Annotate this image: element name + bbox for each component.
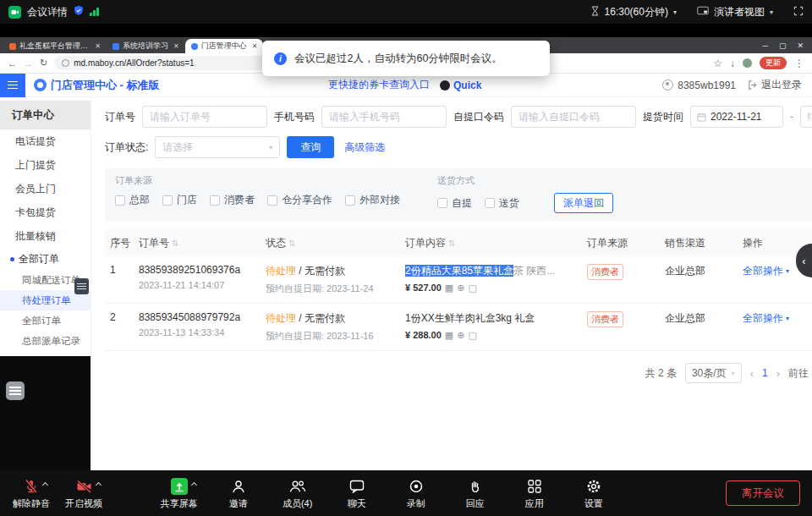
source-option-consumer[interactable]: 消费者 xyxy=(210,193,255,207)
checkbox[interactable] xyxy=(437,198,447,208)
add-circle-icon[interactable]: ⊕ xyxy=(457,283,464,293)
browser-update-button[interactable]: 更新 xyxy=(760,57,787,69)
site-logo[interactable]: 门店管理中心 - 标准版 xyxy=(34,78,160,93)
settings-button[interactable]: 设置 xyxy=(574,477,613,510)
dispatch-return-button[interactable]: 派单退回 xyxy=(554,193,613,213)
invite-button[interactable]: 邀请 xyxy=(219,477,258,510)
checkbox[interactable] xyxy=(210,195,220,206)
sidebar-item-member-visit[interactable]: 会员上门 xyxy=(0,177,91,200)
apps-button[interactable]: 应用 xyxy=(515,477,554,510)
source-option-store[interactable]: 门店 xyxy=(162,193,197,207)
view-dropdown-icon[interactable]: ▾ xyxy=(770,8,773,16)
timer-dropdown-icon[interactable]: ▾ xyxy=(673,8,677,16)
unmute-button[interactable]: 解除静音 xyxy=(12,477,51,510)
doc-icon[interactable]: ▢ xyxy=(468,283,476,293)
window-close-icon[interactable]: ✕ xyxy=(797,41,804,50)
sidebar-item-all-orders[interactable]: 全部订单 xyxy=(0,310,91,331)
window-minimize-icon[interactable]: ─ xyxy=(763,41,768,50)
sidebar-dock-icon[interactable] xyxy=(74,278,89,294)
start-video-button[interactable]: 开启视频 xyxy=(64,477,103,510)
security-shield-icon[interactable] xyxy=(74,5,84,19)
fullscreen-icon[interactable] xyxy=(793,6,804,19)
source-option-hq[interactable]: 总部 xyxy=(115,193,150,207)
share-options-caret[interactable] xyxy=(191,481,197,487)
forward-icon[interactable]: → xyxy=(24,58,33,69)
browser-tab[interactable]: 系统培训学习 ✕ xyxy=(107,39,185,53)
date-start-picker[interactable] xyxy=(690,106,783,128)
chat-bubble-icon xyxy=(349,479,365,494)
quick-entry[interactable]: Quick xyxy=(440,80,481,91)
date-start-input[interactable] xyxy=(710,111,776,123)
back-icon[interactable]: ← xyxy=(8,58,17,69)
advanced-filter-link[interactable]: 高级筛选 xyxy=(344,140,385,155)
account-menu[interactable]: 8385wb1991 xyxy=(662,80,736,91)
order-no-input[interactable] xyxy=(142,106,267,128)
search-button[interactable]: 查询 xyxy=(287,136,334,158)
qr-icon[interactable]: ▦ xyxy=(445,330,453,340)
tab-close-icon[interactable]: ✕ xyxy=(252,42,258,50)
browser-menu-icon[interactable]: ⋮ xyxy=(794,58,804,69)
delivery-option-pickup[interactable]: 自提 xyxy=(437,196,472,211)
tab-close-icon[interactable]: ✕ xyxy=(95,42,101,50)
logout-button[interactable]: 退出登录 xyxy=(748,78,802,92)
delivery-option-deliver[interactable]: 送货 xyxy=(485,196,519,211)
sort-icon[interactable]: ⇅ xyxy=(172,239,178,248)
checkbox[interactable] xyxy=(162,195,173,206)
pagination: 共 2 条 30条/页 ▾ ‹ 1 › 前往 页 xyxy=(105,363,812,383)
browser-profile-avatar[interactable] xyxy=(743,58,752,68)
date-end-input[interactable] xyxy=(807,111,812,123)
qr-icon[interactable]: ▦ xyxy=(445,283,453,293)
source-option-share-coop[interactable]: 仓分享合作 xyxy=(267,193,332,207)
record-button[interactable]: 录制 xyxy=(397,477,436,510)
site-info-icon[interactable] xyxy=(62,59,69,67)
camera-options-caret[interactable] xyxy=(95,481,101,487)
sidebar-item-door-pickup[interactable]: 上门提货 xyxy=(0,153,91,177)
sidebar-item-hq-dispatch-log[interactable]: 总部派单记录 xyxy=(0,331,91,351)
sort-icon[interactable]: ⇅ xyxy=(448,239,455,248)
row-actions-dropdown[interactable]: 全部操作▾ xyxy=(743,311,789,326)
window-maximize-icon[interactable]: ▢ xyxy=(779,41,787,50)
phone-input[interactable] xyxy=(321,106,447,128)
sidebar-item-phone-pickup[interactable]: 电话提货 xyxy=(0,129,91,153)
meeting-window: 会议详情 16:30(60分钟) ▾ 演讲者视图 ▾ xyxy=(0,0,812,516)
share-screen-button[interactable]: 共享屏幕 xyxy=(160,477,199,510)
refresh-icon[interactable]: ↻ xyxy=(40,58,47,69)
prev-page-icon[interactable]: ‹ xyxy=(750,367,754,380)
view-mode-label[interactable]: 演讲者视图 xyxy=(714,5,765,19)
source-option-external[interactable]: 外部对接 xyxy=(345,193,400,207)
row-index: 1 xyxy=(105,264,134,276)
sidebar-section-order-center[interactable]: 订单中心 xyxy=(0,101,91,129)
doc-icon[interactable]: ▢ xyxy=(468,330,476,340)
checkbox[interactable] xyxy=(485,198,495,208)
hamburger-menu-icon[interactable] xyxy=(0,74,25,97)
bookmark-star-icon[interactable]: ☆ xyxy=(713,58,722,69)
browser-tab[interactable]: 礼盒蛋糕平台管理中心 ✕ xyxy=(3,39,107,53)
page-size-select[interactable]: 30条/页 ▾ xyxy=(685,363,742,383)
checkbox[interactable] xyxy=(345,195,355,206)
members-button[interactable]: 成员(4) xyxy=(278,477,317,510)
mic-options-caret[interactable] xyxy=(42,481,48,487)
meeting-title[interactable]: 会议详情 xyxy=(27,5,68,19)
sort-icon[interactable]: ⇅ xyxy=(288,239,295,248)
reactions-button[interactable]: 回应 xyxy=(456,477,495,510)
sidebar-group-all-orders[interactable]: 全部订单 xyxy=(0,248,91,270)
meeting-widget-icon[interactable] xyxy=(6,382,25,400)
current-page[interactable]: 1 xyxy=(762,367,768,379)
order-status-select[interactable]: 请选择 ▾ xyxy=(155,136,280,158)
checkbox[interactable] xyxy=(267,195,277,206)
sidebar-item-card-pickup[interactable]: 卡包提货 xyxy=(0,200,91,224)
checkbox[interactable] xyxy=(115,195,125,206)
coupon-query-link[interactable]: 更快捷的券卡查询入口 xyxy=(328,78,430,92)
toast-text: 会议已超过2人，自动转为60分钟限时会议。 xyxy=(294,52,502,66)
pickup-code-input[interactable] xyxy=(511,106,636,128)
chat-button[interactable]: 聊天 xyxy=(337,477,376,510)
leave-meeting-button[interactable]: 离开会议 xyxy=(726,480,800,506)
sidebar-item-batch-verify[interactable]: 批量核销 xyxy=(0,224,91,248)
date-end-picker[interactable] xyxy=(800,106,812,128)
add-circle-icon[interactable]: ⊕ xyxy=(457,330,464,340)
browser-tab-active[interactable]: 门店管理中心 ✕ xyxy=(185,39,264,53)
tab-close-icon[interactable]: ✕ xyxy=(173,42,179,50)
row-actions-dropdown[interactable]: 全部操作▾ xyxy=(743,264,789,278)
next-page-icon[interactable]: › xyxy=(776,367,780,380)
download-icon[interactable]: ↓ xyxy=(730,58,735,69)
